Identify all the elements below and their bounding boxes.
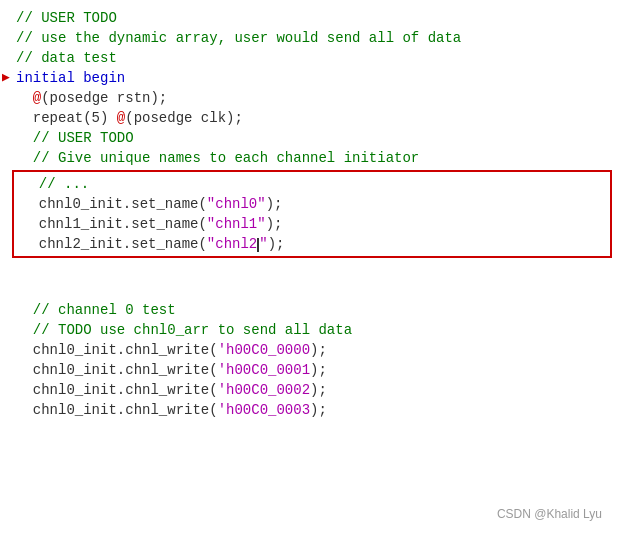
code-text: @(posedge rstn); <box>12 88 618 108</box>
code-line: @(posedge rstn); <box>0 88 618 108</box>
line-gutter <box>0 360 12 380</box>
code-text: // USER TODO <box>12 128 618 148</box>
code-text: chnl0_init.set_name("chnl0"); <box>18 194 610 214</box>
code-line: // USER TODO <box>0 128 618 148</box>
code-line: chnl0_init.chnl_write('h00C0_0003); <box>0 400 618 420</box>
line-gutter <box>0 280 12 300</box>
code-text: initial begin <box>12 68 618 88</box>
code-line <box>0 280 618 300</box>
line-gutter <box>0 320 12 340</box>
line-gutter <box>0 28 12 48</box>
code-text: // TODO use chnl0_arr to send all data <box>12 320 618 340</box>
code-text: chnl1_init.set_name("chnl1"); <box>18 214 610 234</box>
code-line: repeat(5) @(posedge clk); <box>0 108 618 128</box>
line-gutter <box>0 148 12 168</box>
code-text: chnl0_init.chnl_write('h00C0_0002); <box>12 380 618 400</box>
code-line: // channel 0 test <box>0 300 618 320</box>
code-editor: // USER TODO // use the dynamic array, u… <box>0 0 618 428</box>
code-line: // Give unique names to each channel ini… <box>0 148 618 168</box>
line-gutter <box>0 48 12 68</box>
code-text: chnl0_init.chnl_write('h00C0_0000); <box>12 340 618 360</box>
line-gutter <box>0 128 12 148</box>
code-line: chnl0_init.chnl_write('h00C0_0002); <box>0 380 618 400</box>
line-gutter <box>0 108 12 128</box>
line-gutter <box>0 380 12 400</box>
code-text: chnl0_init.chnl_write('h00C0_0001); <box>12 360 618 380</box>
line-gutter <box>0 8 12 28</box>
line-gutter <box>0 340 12 360</box>
line-gutter <box>0 300 12 320</box>
code-line: // ... <box>14 174 610 194</box>
code-line <box>0 260 618 280</box>
code-line: chnl0_init.set_name("chnl0"); <box>14 194 610 214</box>
watermark: CSDN @Khalid Lyu <box>497 507 602 521</box>
code-text: // USER TODO <box>12 8 618 28</box>
code-line: chnl2_init.set_name("chnl2"); <box>14 234 610 254</box>
code-text: // channel 0 test <box>12 300 618 320</box>
line-gutter <box>0 260 12 280</box>
code-text <box>12 280 618 300</box>
code-line: chnl0_init.chnl_write('h00C0_0000); <box>0 340 618 360</box>
highlighted-code-block: // ... chnl0_init.set_name("chnl0"); chn… <box>12 170 612 258</box>
code-line: // use the dynamic array, user would sen… <box>0 28 618 48</box>
line-gutter: ▶ <box>0 68 12 88</box>
code-text: // data test <box>12 48 618 68</box>
code-line: // USER TODO <box>0 8 618 28</box>
line-gutter <box>0 400 12 420</box>
code-text: chnl0_init.chnl_write('h00C0_0003); <box>12 400 618 420</box>
code-text: chnl2_init.set_name("chnl2"); <box>18 234 610 254</box>
code-text: repeat(5) @(posedge clk); <box>12 108 618 128</box>
code-text: // use the dynamic array, user would sen… <box>12 28 618 48</box>
code-text <box>12 260 618 280</box>
code-line: chnl0_init.chnl_write('h00C0_0001); <box>0 360 618 380</box>
code-line: // data test <box>0 48 618 68</box>
line-gutter <box>0 88 12 108</box>
code-line: chnl1_init.set_name("chnl1"); <box>14 214 610 234</box>
code-text: // ... <box>18 174 610 194</box>
code-line: ▶ initial begin <box>0 68 618 88</box>
code-line: // TODO use chnl0_arr to send all data <box>0 320 618 340</box>
code-text: // Give unique names to each channel ini… <box>12 148 618 168</box>
